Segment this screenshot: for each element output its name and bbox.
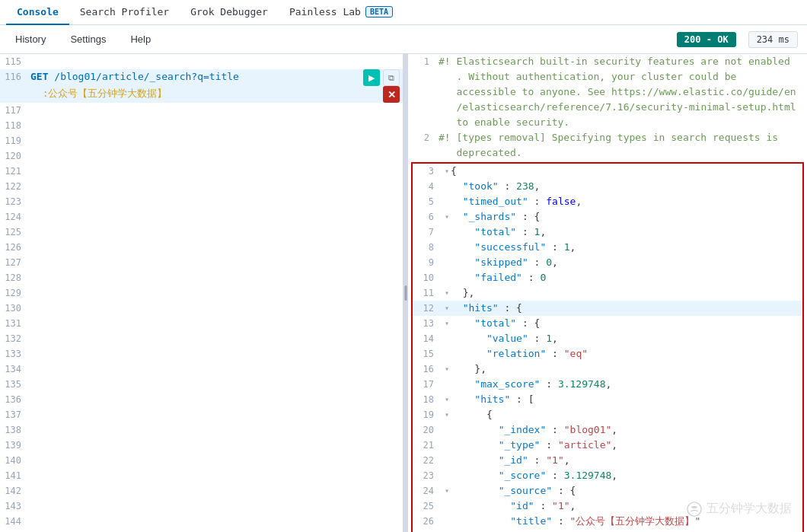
editor-line-132: 132 — [0, 331, 403, 346]
result-line-24: 24 ▾ "_source" : { — [413, 483, 802, 499]
editor-line-115: 115 — [0, 54, 403, 69]
editor-line-145: 145 — [0, 529, 403, 532]
result-line-5: 5 "timed_out" : false, — [413, 194, 802, 209]
editor-line-128: 128 — [0, 270, 403, 285]
result-line-6: 6 ▾ "_shards" : { — [413, 209, 802, 225]
run-button[interactable]: ▶ — [363, 69, 380, 86]
top-navigation: Console Search Profiler Grok Debugger Pa… — [0, 0, 807, 25]
editor-line-133: 133 — [0, 346, 403, 362]
result-line-15: 15 "relation" : "eq" — [413, 346, 802, 362]
time-badge: 234 ms — [748, 31, 798, 48]
result-line-21: 21 "_type" : "article", — [413, 438, 802, 453]
editor-line-123: 123 — [0, 194, 403, 209]
status-badge: 200 - OK — [677, 32, 736, 47]
result-line-18: 18 ▾ "hits" : [ — [413, 392, 802, 407]
editor-line-127: 127 — [0, 255, 403, 270]
editor-line-120: 120 — [0, 148, 403, 164]
result-line-10: 10 "failed" : 0 — [413, 270, 802, 285]
editor-line-138: 138 — [0, 422, 403, 438]
result-line-3: 3 ▾ { — [413, 164, 802, 179]
result-comment-1: 1 #! Elasticsearch built-in security fea… — [408, 54, 807, 130]
json-result-section: 3 ▾ { 4 "took" : 238, 5 "timed_out" : fa… — [411, 162, 804, 532]
result-line-16: 16 ▾ }, — [413, 362, 802, 377]
editor-line-116: 116 GET /blog01/article/_search?q=title … — [0, 69, 403, 86]
editor-line-117: 117 — [0, 103, 403, 118]
result-line-26: 26 "title" : "公众号【五分钟学大数据】" — [413, 514, 802, 529]
result-line-23: 23 "_score" : 3.129748, — [413, 468, 802, 483]
result-line-9: 9 "skipped" : 0, — [413, 255, 802, 270]
editor-line-118: 118 — [0, 118, 403, 133]
result-line-20: 20 "_index" : "blog01", — [413, 422, 802, 438]
editor-content[interactable]: 115 116 GET /blog01/article/_search?q=ti… — [0, 54, 403, 532]
editor-line-144: 144 — [0, 514, 403, 529]
result-line-27: 27 ▾ } — [413, 529, 802, 532]
result-line-17: 17 "max_score" : 3.129748, — [413, 377, 802, 392]
editor-line-continuation: :公众号【五分钟学大数据】 ✕ — [0, 86, 403, 103]
editor-panel: 115 116 GET /blog01/article/_search?q=ti… — [0, 54, 404, 532]
http-method: GET — [30, 71, 48, 82]
result-line-13: 13 ▾ "total" : { — [413, 316, 802, 331]
resize-handle[interactable] — [404, 54, 408, 532]
history-button[interactable]: History — [9, 30, 52, 48]
tab-search-profiler[interactable]: Search Profiler — [69, 0, 180, 25]
result-line-25: 25 "id" : "1", — [413, 499, 802, 514]
editor-line-130: 130 — [0, 301, 403, 316]
editor-line-124: 124 — [0, 209, 403, 225]
results-content[interactable]: 1 #! Elasticsearch built-in security fea… — [408, 54, 807, 532]
editor-line-142: 142 — [0, 483, 403, 499]
result-line-7: 7 "total" : 1, — [413, 225, 802, 240]
editor-line-139: 139 — [0, 438, 403, 453]
tab-grok-debugger[interactable]: Grok Debugger — [180, 0, 279, 25]
result-line-14: 14 "value" : 1, — [413, 331, 802, 346]
tab-painless-lab[interactable]: Painless Lab BETA — [279, 0, 404, 25]
editor-line-136: 136 — [0, 392, 403, 407]
line-actions: ▶ ⧉ — [357, 69, 400, 86]
copy-button[interactable]: ⧉ — [383, 69, 400, 86]
editor-line-122: 122 — [0, 179, 403, 194]
main-layout: 115 116 GET /blog01/article/_search?q=ti… — [0, 54, 807, 532]
result-line-19: 19 ▾ { — [413, 407, 802, 422]
delete-button[interactable]: ✕ — [383, 86, 400, 103]
result-line-11: 11 ▾ }, — [413, 285, 802, 301]
help-button[interactable]: Help — [124, 30, 157, 48]
editor-line-126: 126 — [0, 240, 403, 255]
editor-line-143: 143 — [0, 499, 403, 514]
result-line-22: 22 "_id" : "1", — [413, 453, 802, 468]
settings-button[interactable]: Settings — [64, 30, 112, 48]
toolbar: History Settings Help 200 - OK 234 ms — [0, 25, 807, 54]
editor-line-129: 129 — [0, 285, 403, 301]
editor-line-134: 134 — [0, 362, 403, 377]
delete-actions: ✕ — [377, 86, 400, 103]
result-comment-2: 2 #! [types removal] Specifying types in… — [408, 130, 807, 161]
editor-line-141: 141 — [0, 468, 403, 483]
editor-line-140: 140 — [0, 453, 403, 468]
editor-line-125: 125 — [0, 225, 403, 240]
beta-badge: BETA — [365, 6, 393, 18]
result-line-4: 4 "took" : 238, — [413, 179, 802, 194]
editor-line-135: 135 — [0, 377, 403, 392]
tab-console[interactable]: Console — [6, 0, 69, 25]
editor-line-119: 119 — [0, 133, 403, 148]
result-line-8: 8 "successful" : 1, — [413, 240, 802, 255]
editor-line-137: 137 — [0, 407, 403, 422]
editor-line-131: 131 — [0, 316, 403, 331]
results-panel: 1 #! Elasticsearch built-in security fea… — [408, 54, 807, 532]
editor-line-121: 121 — [0, 164, 403, 179]
result-line-12: 12 ▾ "hits" : { — [413, 301, 802, 316]
